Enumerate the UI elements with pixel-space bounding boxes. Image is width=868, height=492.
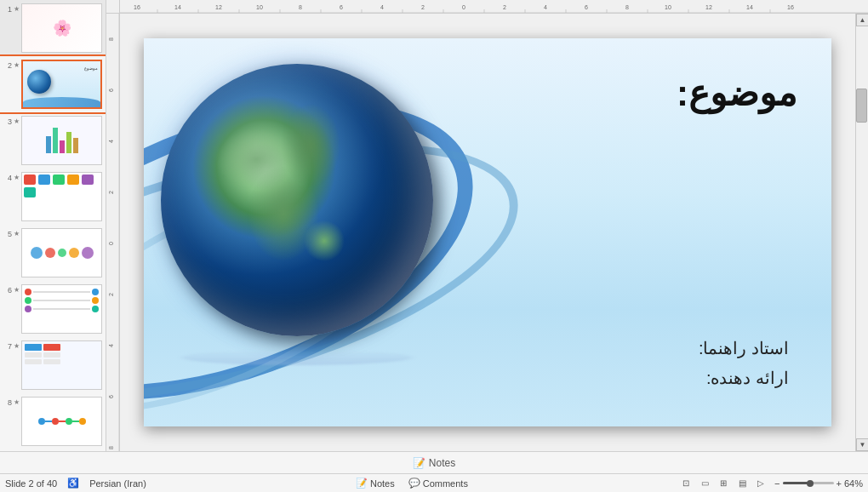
slide-item-7[interactable]: 7 ★ [0, 337, 106, 393]
vertical-scrollbar[interactable]: ▲ ▼ [855, 14, 868, 451]
slide-canvas-wrapper[interactable]: موضوع: استاد راهنما: ارائه دهنده: [120, 14, 855, 451]
svg-text:8: 8 [299, 4, 302, 10]
scroll-track[interactable] [856, 26, 868, 438]
slide-title[interactable]: موضوع: [677, 72, 797, 114]
scroll-thumb[interactable] [856, 89, 867, 123]
notes-status-label: Notes [370, 478, 395, 489]
ruler-horizontal: 16 14 12 10 8 6 4 2 0 2 4 6 8 10 [120, 0, 868, 14]
svg-text:2: 2 [421, 4, 425, 10]
notes-label: Notes [429, 457, 455, 469]
zoom-fill [783, 482, 808, 484]
scroll-up-button[interactable]: ▲ [856, 14, 868, 26]
status-right: ⊡ ▭ ⊞ ▤ ▷ − + 64% [677, 477, 863, 490]
svg-text:16: 16 [787, 4, 794, 10]
slide-item-1[interactable]: 1 ★ 🌸 [0, 0, 106, 56]
thumb-col-1 [25, 344, 42, 364]
slide-item-8[interactable]: 8 ★ [0, 393, 106, 449]
slide-item-6[interactable]: 6 ★ [0, 281, 106, 337]
svg-text:14: 14 [174, 4, 181, 10]
svg-text:10: 10 [256, 4, 263, 10]
slide-number-3: 3 [2, 117, 12, 126]
comments-button[interactable]: 💬 Comments [408, 478, 468, 489]
canvas-row: 8 6 4 2 0 2 4 6 8 [106, 14, 868, 451]
slide-item-5[interactable]: 5 ★ [0, 225, 106, 281]
thumb-row-2 [25, 297, 99, 304]
svg-text:14: 14 [746, 4, 753, 10]
comments-label: Comments [423, 478, 468, 489]
thumb-globe [27, 70, 51, 94]
presentation-button[interactable]: ▷ [752, 477, 769, 490]
slide-number-4: 4 [2, 174, 12, 182]
thumb-flower-icon: 🌸 [53, 14, 71, 43]
thumb-row-3 [25, 306, 99, 312]
zoom-thumb[interactable] [807, 480, 814, 487]
svg-text:6: 6 [108, 89, 114, 92]
status-bar: Slide 2 of 40 ♿ Persian (Iran) 📝 Notes 💬… [0, 473, 868, 492]
slide-label-presenter[interactable]: ارائه دهنده: [706, 368, 789, 388]
zoom-level[interactable]: 64% [844, 478, 863, 489]
thumb-infographic [46, 128, 78, 153]
svg-text:8: 8 [108, 37, 114, 41]
comments-icon: 💬 [408, 478, 420, 489]
svg-text:8: 8 [625, 4, 629, 10]
slide-number-8: 8 [2, 398, 12, 407]
star-icon-6: ★ [14, 286, 20, 294]
svg-text:12: 12 [215, 4, 222, 10]
slide-thumb-2: موضوع [21, 60, 102, 109]
svg-text:12: 12 [705, 4, 712, 10]
slide-number-7: 7 [2, 342, 12, 351]
star-icon-8: ★ [14, 398, 20, 406]
editor-main: 16 14 12 10 8 6 4 2 0 2 4 6 8 10 [106, 0, 868, 451]
zoom-in-button[interactable]: + [837, 478, 842, 489]
zoom-area: − + 64% [774, 478, 863, 489]
svg-text:0: 0 [108, 242, 114, 245]
slide-panel[interactable]: 1 ★ 🌸 2 ★ موضوع 3 ★ [0, 0, 106, 451]
svg-text:16: 16 [134, 4, 140, 10]
star-icon-3: ★ [14, 117, 20, 125]
svg-text:8: 8 [108, 446, 114, 449]
svg-text:2: 2 [108, 191, 114, 194]
slide-canvas[interactable]: موضوع: استاد راهنما: ارائه دهنده: [144, 38, 831, 426]
zoom-slider[interactable] [783, 482, 834, 484]
slide-thumb-3 [21, 116, 102, 165]
thumb-text: موضوع [84, 66, 98, 71]
earth-globe [161, 64, 433, 336]
zoom-out-button[interactable]: − [774, 478, 779, 489]
slide-number-1: 1 [2, 5, 12, 14]
thumb-wave [23, 97, 100, 107]
fit-slide-button[interactable]: ⊡ [677, 477, 694, 490]
ruler-corner [106, 0, 120, 14]
reading-view-button[interactable]: ▤ [734, 477, 751, 490]
normal-view-button[interactable]: ▭ [696, 477, 713, 490]
ruler-h-svg: 16 14 12 10 8 6 4 2 0 2 4 6 8 10 [120, 0, 868, 14]
slide-item-3[interactable]: 3 ★ [0, 112, 106, 169]
thumb-circles-row [31, 247, 94, 259]
svg-text:6: 6 [340, 4, 343, 10]
slide-item-2[interactable]: 2 ★ موضوع [0, 56, 106, 112]
notes-status-button[interactable]: 📝 Notes [356, 478, 395, 489]
notes-area[interactable]: 📝 Notes [0, 451, 868, 473]
ruler-vertical: 8 6 4 2 0 2 4 6 8 [106, 14, 120, 451]
canvas-scroll-area: موضوع: استاد راهنما: ارائه دهنده: ▲ ▼ [120, 14, 868, 451]
star-icon-4: ★ [14, 174, 20, 181]
ruler-v-svg: 8 6 4 2 0 2 4 6 8 [106, 14, 120, 451]
svg-text:10: 10 [665, 4, 671, 10]
status-center: 📝 Notes 💬 Comments [356, 478, 468, 489]
slide-number-6: 6 [2, 286, 12, 295]
star-icon-1: ★ [14, 5, 20, 13]
svg-text:6: 6 [585, 4, 588, 10]
scroll-down-button[interactable]: ▼ [856, 438, 868, 451]
slide-number-5: 5 [2, 230, 12, 238]
language-info[interactable]: Persian (Iran) [89, 478, 146, 489]
slide-thumb-6 [21, 284, 102, 334]
status-left: Slide 2 of 40 ♿ Persian (Iran) [5, 478, 146, 489]
slide-sorter-button[interactable]: ⊞ [715, 477, 732, 490]
svg-text:2: 2 [108, 293, 114, 296]
slide-item-4[interactable]: 4 ★ [0, 169, 106, 225]
star-icon-2: ★ [14, 61, 20, 69]
slide-label-professor[interactable]: استاد راهنما: [699, 338, 789, 358]
accessibility-icon[interactable]: ♿ [67, 478, 79, 489]
thumb-timeline [38, 418, 86, 425]
slide-thumb-8 [21, 397, 102, 446]
svg-text:4: 4 [380, 4, 384, 10]
